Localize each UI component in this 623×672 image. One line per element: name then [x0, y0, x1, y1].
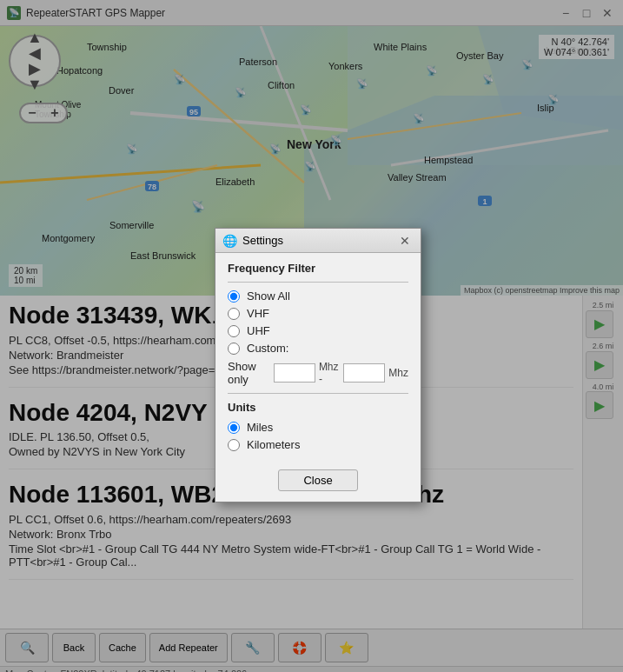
radio-km-label: Kilometers	[247, 438, 300, 451]
settings-dialog: 🌐 Settings ✕ Frequency Filter Show All V…	[215, 228, 421, 502]
show-only-label: Show only	[228, 360, 270, 386]
mhz-label-2: Mhz	[388, 367, 408, 379]
radio-show-all-label: Show All	[247, 289, 290, 303]
units-divider	[228, 393, 408, 394]
radio-uhf-label: UHF	[247, 324, 270, 337]
radio-vhf[interactable]: VHF	[228, 307, 408, 320]
radio-custom-label: Custom:	[247, 342, 288, 355]
dialog-icon: 🌐	[222, 234, 237, 248]
radio-vhf-label: VHF	[247, 307, 269, 320]
radio-uhf-input[interactable]	[228, 325, 240, 337]
units-title: Units	[228, 401, 408, 414]
show-only-row: Show only Mhz - Mhz	[228, 360, 408, 386]
radio-miles[interactable]: Miles	[228, 421, 408, 434]
freq-divider	[228, 282, 408, 283]
radio-custom[interactable]: Custom:	[228, 342, 408, 355]
radio-km-input[interactable]	[228, 439, 240, 451]
mhz-from-input[interactable]	[274, 363, 315, 383]
dialog-title-bar: 🌐 Settings ✕	[215, 229, 421, 253]
radio-uhf[interactable]: UHF	[228, 324, 408, 337]
mhz-label-1: Mhz -	[319, 361, 340, 385]
mhz-to-input[interactable]	[343, 363, 385, 383]
radio-show-all[interactable]: Show All	[228, 289, 408, 303]
dialog-footer: Close	[215, 464, 421, 502]
dialog-close-btn[interactable]: Close	[278, 469, 357, 491]
radio-miles-label: Miles	[247, 421, 273, 434]
radio-miles-input[interactable]	[228, 422, 240, 434]
radio-vhf-input[interactable]	[228, 308, 240, 320]
frequency-filter-title: Frequency Filter	[228, 262, 408, 275]
radio-km[interactable]: Kilometers	[228, 438, 408, 451]
radio-custom-input[interactable]	[228, 343, 240, 355]
radio-show-all-input[interactable]	[228, 290, 240, 303]
dialog-close-button[interactable]: ✕	[396, 232, 414, 250]
dialog-title: Settings	[242, 234, 396, 247]
dialog-body: Frequency Filter Show All VHF UHF Custom…	[215, 253, 421, 464]
